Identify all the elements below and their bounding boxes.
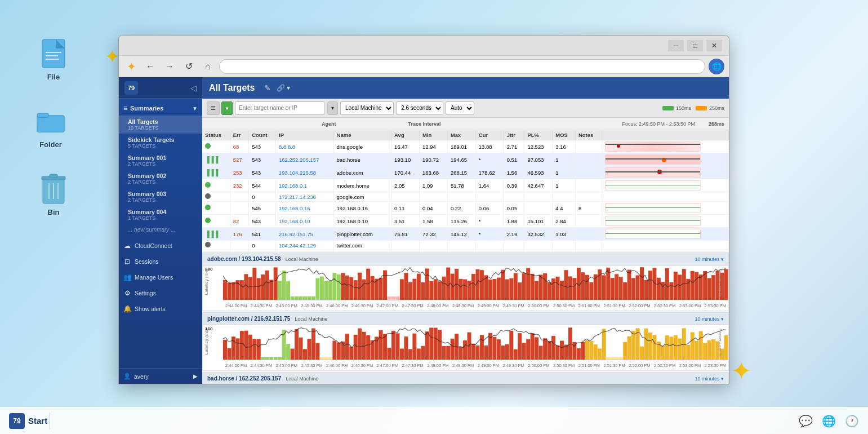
sessions-label: Sessions (135, 258, 159, 265)
svg-rect-156 (311, 329, 315, 360)
sidebar-item-manage-users[interactable]: 👥 Manage Users (119, 269, 202, 285)
sidebar-item-cloudconnect[interactable]: ☁ CloudConnect (119, 238, 202, 254)
sidebar-item-sessions[interactable]: ⊡ Sessions (119, 254, 202, 269)
svg-rect-15 (227, 283, 231, 300)
svg-rect-43 (345, 276, 349, 300)
sidebar-item-settings[interactable]: ⚙ Settings (119, 285, 202, 301)
svg-rect-151 (291, 349, 295, 360)
cell-ip[interactable]: 104.244.42.129 (276, 241, 334, 250)
clock-icon[interactable]: 🕐 (845, 414, 859, 428)
svg-rect-48 (366, 269, 370, 300)
nav-star-button[interactable]: ✦ (123, 59, 139, 74)
globe-button[interactable]: 🌐 (709, 59, 724, 74)
table-row[interactable]: 68 543 8.8.8.8 dns.google 16.47 12.94 18… (202, 140, 729, 153)
cell-ip[interactable]: 162.252.205.157 (276, 153, 334, 166)
add-target-button[interactable]: ● (221, 101, 233, 115)
cell-ip[interactable]: 8.8.8.8 (276, 140, 334, 153)
cell-count: 545 (249, 202, 276, 215)
cell-cur: * (475, 215, 504, 228)
svg-rect-91 (547, 282, 551, 300)
svg-rect-159 (324, 357, 328, 360)
menu-button[interactable]: ☰ (207, 101, 220, 115)
svg-rect-19 (244, 274, 248, 300)
cell-ip[interactable]: 172.217.14.238 (276, 192, 334, 202)
cell-status: ▐▐▐ (202, 228, 230, 241)
svg-rect-49 (371, 276, 375, 300)
cell-ip[interactable]: 192.168.0.10 (276, 215, 334, 228)
focus-select[interactable]: Auto (446, 101, 474, 115)
chart-time-select[interactable]: 10 minutes ▾ (695, 376, 724, 382)
chart-time-select[interactable]: 10 minutes ▾ (695, 256, 724, 262)
taskbar-logo[interactable]: 79 Start (9, 413, 47, 429)
sidebar-item-summary003[interactable]: Summary 003 2 TARGETS (119, 188, 202, 206)
nav-home-button[interactable]: ⌂ (200, 59, 216, 74)
search-dropdown[interactable]: ▾ (327, 101, 338, 115)
file-icon[interactable]: File (31, 37, 76, 81)
folder-icon[interactable]: Folder (28, 104, 73, 149)
sidebar-item-all-targets[interactable]: All Targets 10 TARGETS (119, 116, 202, 134)
cell-pl: 42.647 (524, 179, 553, 192)
table-row[interactable]: ▐▐▐ 253 543 193.104.215.58 adobe.com 170… (202, 166, 729, 179)
sidebar-collapse-button[interactable]: ◁ (190, 83, 197, 92)
table-row[interactable]: ▐▐▐ 527 543 162.252.205.157 bad.horse 19… (202, 153, 729, 166)
table-row[interactable]: ▐▐▐ 176 541 216.92.151.75 pingplotter.co… (202, 228, 729, 241)
table-row[interactable]: 232 544 192.168.0.1 modem.home 2.05 1.09… (202, 179, 729, 192)
sidebar-user-item[interactable]: 👤 avery ▶ (119, 368, 202, 384)
table-row[interactable]: 0 104.244.42.129 twitter.com (202, 241, 729, 250)
svg-rect-25 (269, 280, 273, 300)
search-input[interactable] (235, 101, 325, 115)
nav-back-button[interactable]: ← (143, 59, 158, 74)
cell-ip[interactable]: 192.168.0.16 (276, 202, 334, 215)
summary004-name: Summary 004 (128, 209, 198, 215)
svg-rect-184 (429, 327, 433, 360)
svg-rect-240 (665, 335, 669, 360)
cell-ip[interactable]: 193.104.215.58 (276, 166, 334, 179)
svg-rect-158 (320, 357, 324, 360)
trace-interval-select[interactable]: 2.6 seconds (396, 101, 443, 115)
chat-icon[interactable]: 💬 (799, 414, 813, 428)
minimize-button[interactable]: ─ (668, 40, 684, 51)
table-row[interactable]: 545 192.168.0.16 192.168.0.16 0.11 0.04 … (202, 202, 729, 215)
svg-rect-28 (282, 271, 286, 300)
summaries-header[interactable]: ≡ Summaries ▼ (119, 101, 202, 116)
svg-rect-189 (451, 339, 455, 360)
svg-rect-192 (463, 340, 467, 360)
chart-time-select[interactable]: 10 minutes ▾ (695, 316, 724, 322)
chart-title: bad.horse / 162.252.205.157 (207, 375, 281, 382)
table-row[interactable]: 0 172.217.14.238 google.com (202, 192, 729, 202)
cell-chart (602, 215, 728, 228)
sidebar-item-sidekick[interactable]: Sidekick Targets 5 TARGETS (119, 134, 202, 152)
cell-status: ▐▐▐ (202, 166, 230, 179)
svg-rect-45 (354, 280, 358, 300)
nav-forward-button[interactable]: → (162, 59, 177, 74)
close-button[interactable]: ✕ (706, 40, 722, 51)
sidebar-item-summary004[interactable]: Summary 004 1 TARGETS (119, 206, 202, 224)
cell-cur: 13.88 (475, 140, 504, 153)
targets-table-container[interactable]: Status Err Count IP Name Avg Min Max Cur… (202, 130, 729, 251)
link-button[interactable]: 🔗 ▾ (277, 84, 290, 92)
sidebar-item-summary002[interactable]: Summary 002 2 TARGETS (119, 170, 202, 188)
nav-refresh-button[interactable]: ↺ (181, 59, 197, 74)
svg-rect-6 (37, 113, 48, 117)
svg-rect-51 (379, 278, 383, 300)
bin-label: Bin (48, 208, 60, 216)
cell-avg: 170.44 (391, 166, 420, 179)
sidebar-item-summary001[interactable]: Summary 001 2 TARGETS (119, 152, 202, 170)
bin-icon[interactable]: Bin (31, 172, 76, 216)
cell-cur (475, 241, 504, 250)
cell-count: 543 (249, 166, 276, 179)
new-summary-button[interactable]: ... new summary ... (119, 224, 202, 236)
sidebar-item-alerts[interactable]: 🔔 Show alerts (119, 301, 202, 317)
maximize-button[interactable]: □ (687, 40, 703, 51)
globe-taskbar-icon[interactable]: 🌐 (822, 414, 836, 428)
svg-rect-54 (391, 296, 395, 300)
cell-ip[interactable]: 192.168.0.1 (276, 179, 334, 192)
cell-ip[interactable]: 216.92.151.75 (276, 228, 334, 241)
table-row[interactable]: 82 543 192.168.0.10 192.168.0.10 3.51 1.… (202, 215, 729, 228)
url-input[interactable] (219, 59, 705, 74)
status-indicator: ▐▐▐ (205, 169, 218, 176)
svg-rect-113 (640, 267, 644, 300)
agent-select[interactable]: Local Machine (340, 101, 394, 115)
charts-area[interactable]: adobe.com / 193.104.215.58 Local Machine… (202, 251, 729, 384)
edit-title-button[interactable]: ✎ (264, 83, 271, 92)
